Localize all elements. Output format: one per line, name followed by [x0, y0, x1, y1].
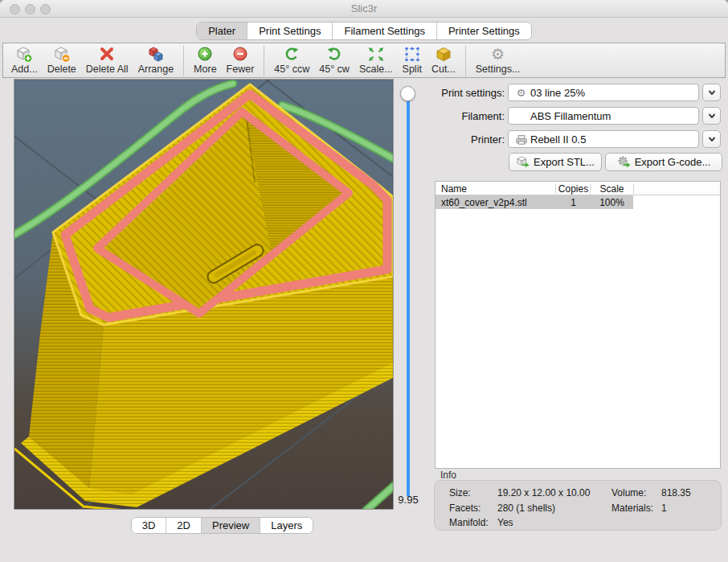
tab-printer-settings[interactable]: Printer Settings	[437, 23, 531, 39]
print-settings-label: Print settings:	[434, 87, 505, 99]
delete-all-button[interactable]: Delete All	[81, 45, 133, 76]
settings-panel: Print settings: ⚙ 03 line 25% Filament: …	[434, 79, 723, 537]
arrange-button[interactable]: Arrange	[133, 45, 178, 76]
red-minus-ball-icon	[231, 46, 250, 64]
layer-slider: 9.95	[394, 79, 423, 510]
tab-print-settings[interactable]: Print Settings	[247, 23, 333, 39]
package-plus-icon	[14, 46, 34, 64]
more-button[interactable]: More	[189, 45, 221, 76]
gear-icon: ⚙	[514, 87, 528, 99]
export-gcode-icon	[617, 155, 632, 170]
scale-button[interactable]: Scale...	[354, 45, 398, 76]
info-title: Info	[440, 470, 456, 481]
layer-slider-knob[interactable]	[400, 86, 415, 101]
view-tab-group: 3D 2D Preview Layers	[131, 517, 314, 534]
table-header: Name Copies Scale	[436, 182, 720, 195]
red-cross-icon	[97, 46, 117, 64]
cut-button[interactable]: Cut...	[427, 45, 460, 76]
split-button[interactable]: Split	[398, 45, 427, 76]
filament-combo[interactable]: ABS Fillamentum	[508, 107, 699, 125]
tab-layers[interactable]: Layers	[260, 518, 313, 533]
column-header-scale: Scale	[591, 183, 633, 195]
cell-name: xt60_cover_v2p4.stl	[441, 197, 527, 208]
main-tabbar: Plater Print Settings Filament Settings …	[0, 18, 728, 43]
chevron-down-icon	[706, 87, 718, 98]
size-value: 19.20 x 12.00 x 10.00	[497, 487, 590, 498]
layer-slider-value: 9.95	[389, 494, 427, 506]
delete-button[interactable]: Delete	[43, 45, 81, 76]
print-preview-scene	[14, 80, 393, 509]
rotate-ccw-icon	[282, 46, 301, 64]
settings-button[interactable]: ⚙ Settings...	[471, 45, 526, 76]
volume-label: Volume:	[611, 487, 646, 498]
filament-label: Filament:	[434, 110, 505, 122]
facets-label: Facets:	[449, 503, 481, 514]
split-dots-icon	[403, 46, 422, 64]
manifold-value: Yes	[497, 517, 513, 528]
gear-icon: ⚙	[491, 46, 505, 64]
materials-label: Materials:	[611, 503, 653, 514]
fewer-button[interactable]: Fewer	[222, 45, 260, 76]
printer-label: Printer:	[434, 133, 505, 146]
volume-value: 818.35	[661, 487, 691, 498]
facets-value: 280 (1 shells)	[497, 503, 555, 514]
cell-scale: 100%	[591, 197, 633, 208]
print-settings-dropdown-button[interactable]	[702, 84, 721, 101]
column-header-copies: Copies	[556, 183, 591, 195]
printer-combo[interactable]: Rebell II 0.5	[508, 130, 699, 148]
size-label: Size:	[449, 487, 471, 498]
tab-2d[interactable]: 2D	[166, 518, 202, 533]
rotate-ccw-button[interactable]: 45° ccw	[269, 45, 314, 76]
tab-3d[interactable]: 3D	[132, 518, 167, 533]
slic3r-window: Slic3r Plater Print Settings Filament Se…	[0, 0, 728, 562]
toolbar: Add... Delete Delete All	[2, 43, 726, 78]
view-tabbar: 3D 2D Preview Layers	[14, 517, 394, 534]
rotate-cw-button[interactable]: 45° cw	[314, 45, 354, 76]
table-row[interactable]: xt60_cover_v2p4.stl 1 100%	[436, 195, 720, 209]
tab-preview[interactable]: Preview	[202, 518, 260, 533]
tab-group: Plater Print Settings Filament Settings …	[196, 22, 532, 40]
window-title: Slic3r	[0, 2, 728, 14]
materials-value: 1	[661, 503, 667, 514]
export-stl-button[interactable]: Export STL...	[509, 153, 602, 171]
export-stl-icon	[516, 155, 530, 170]
yellow-box-icon	[434, 46, 453, 64]
rotate-cw-icon	[325, 46, 344, 64]
cell-copies: 1	[556, 197, 591, 208]
titlebar[interactable]: Slic3r	[0, 0, 728, 18]
printer-value: Rebell II 0.5	[530, 133, 586, 146]
add-button[interactable]: Add...	[6, 45, 43, 76]
chevron-down-icon	[706, 133, 718, 145]
printer-icon	[514, 133, 528, 146]
scale-arrows-icon	[366, 46, 386, 64]
print-settings-value: 03 line 25%	[530, 87, 585, 99]
export-gcode-button[interactable]: Export G-code...	[605, 153, 722, 171]
3d-viewport[interactable]	[14, 79, 394, 510]
filament-dropdown-button[interactable]	[702, 107, 721, 125]
manifold-label: Manifold:	[449, 517, 489, 528]
print-settings-row: Print settings: ⚙ 03 line 25%	[434, 84, 723, 101]
tab-filament-settings[interactable]: Filament Settings	[333, 23, 436, 39]
objects-table: Name Copies Scale xt60_cover_v2p4.stl 1 …	[435, 181, 721, 469]
package-minus-icon	[52, 46, 72, 64]
tab-plater[interactable]: Plater	[197, 23, 247, 39]
toolbar-separator	[465, 46, 466, 76]
chevron-down-icon	[706, 110, 718, 121]
toolbar-separator	[264, 46, 264, 76]
column-header-name: Name	[441, 183, 467, 195]
layer-slider-track[interactable]	[407, 95, 410, 497]
info-panel: Size: 19.20 x 12.00 x 10.00 Volume: 818.…	[434, 480, 722, 531]
print-settings-combo[interactable]: ⚙ 03 line 25%	[508, 84, 699, 101]
printer-row: Printer: Rebell II 0.5	[434, 130, 723, 148]
toolbar-separator	[183, 46, 184, 76]
filament-row: Filament: ABS Fillamentum	[434, 107, 723, 125]
filament-value: ABS Fillamentum	[530, 110, 611, 122]
green-plus-ball-icon	[195, 46, 215, 64]
cubes-icon	[146, 46, 166, 64]
printer-dropdown-button[interactable]	[702, 130, 721, 148]
